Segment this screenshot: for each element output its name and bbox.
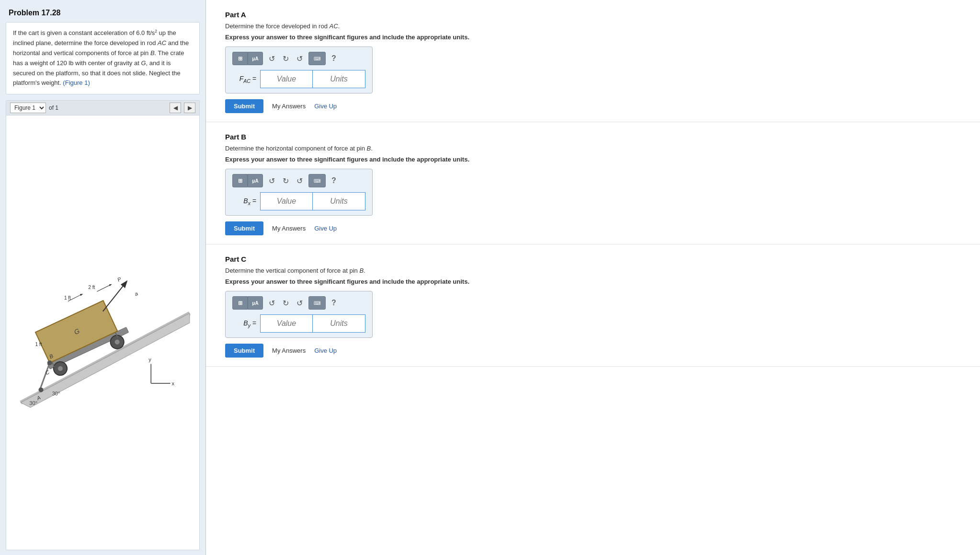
part-a-format-group: ⊞ μA — [232, 52, 263, 65]
part-c-my-answers[interactable]: My Answers — [272, 347, 306, 354]
part-b-answer-box: ⊞ μA ↺ ↻ ↺ ⌨ ? Bx = — [225, 169, 373, 216]
problem-body: If the cart is given a constant accelera… — [13, 29, 189, 86]
part-c-answer-box: ⊞ μA ↺ ↻ ↺ ⌨ ? By = — [225, 291, 373, 338]
part-a-matrix-btn[interactable]: ⊞ — [232, 52, 248, 65]
left-panel: Problem 17.28 If the cart is given a con… — [0, 0, 206, 555]
part-c-instruction: Express your answer to three significant… — [225, 278, 961, 285]
part-b-help-btn[interactable]: ? — [330, 175, 338, 186]
problem-title: Problem 17.28 — [0, 0, 205, 22]
part-c-refresh-btn[interactable]: ↺ — [295, 298, 305, 309]
part-a-title: Part A — [225, 11, 961, 19]
part-b-units-input[interactable] — [313, 192, 365, 210]
part-c-undo-btn[interactable]: ↺ — [267, 298, 277, 309]
part-a-section: Part A Determine the force developed in … — [206, 0, 980, 122]
part-a-value-input[interactable] — [260, 70, 313, 88]
part-b-give-up[interactable]: Give Up — [314, 225, 337, 232]
part-b-actions: Submit My Answers Give Up — [225, 221, 961, 235]
part-a-keyboard-btn[interactable]: ⌨ — [308, 52, 326, 65]
part-a-refresh-btn[interactable]: ↺ — [295, 53, 305, 64]
part-b-instruction: Express your answer to three significant… — [225, 156, 961, 163]
figure-panel: Figure 1 of 1 ◀ ▶ — [6, 100, 200, 550]
part-b-format-group: ⊞ μA — [232, 174, 263, 187]
svg-text:1 ft: 1 ft — [35, 342, 42, 347]
part-b-eq-label: Bx = — [232, 197, 256, 206]
svg-text:30°: 30° — [52, 391, 60, 396]
part-a-actions: Submit My Answers Give Up — [225, 99, 961, 113]
part-c-title: Part C — [225, 255, 961, 263]
part-c-submit-button[interactable]: Submit — [225, 344, 263, 358]
part-a-submit-button[interactable]: Submit — [225, 99, 263, 113]
part-c-redo-btn[interactable]: ↻ — [281, 298, 291, 309]
part-a-give-up[interactable]: Give Up — [314, 103, 337, 110]
svg-text:30°: 30° — [29, 400, 37, 406]
part-b-title: Part B — [225, 133, 961, 141]
part-c-toolbar: ⊞ μA ↺ ↻ ↺ ⌨ ? — [232, 296, 365, 310]
problem-text: If the cart is given a constant accelera… — [6, 22, 200, 94]
part-a-description: Determine the force developed in rod AC. — [225, 23, 961, 30]
figure-select[interactable]: Figure 1 — [10, 103, 46, 113]
part-b-mu-btn[interactable]: μA — [248, 174, 263, 187]
part-b-refresh-btn[interactable]: ↺ — [295, 175, 305, 186]
part-a-undo-btn[interactable]: ↺ — [267, 53, 277, 64]
part-b-my-answers[interactable]: My Answers — [272, 225, 306, 232]
part-c-give-up[interactable]: Give Up — [314, 347, 337, 354]
figure-next-button[interactable]: ▶ — [184, 103, 195, 113]
figure-toolbar: Figure 1 of 1 ◀ ▶ — [6, 101, 199, 116]
part-c-units-input[interactable] — [313, 314, 365, 333]
svg-text:x: x — [172, 381, 175, 386]
svg-text:y: y — [148, 357, 151, 363]
part-c-value-input[interactable] — [260, 314, 313, 333]
part-c-mu-btn[interactable]: μA — [248, 296, 263, 310]
part-c-eq-label: By = — [232, 319, 256, 328]
figure-prev-button[interactable]: ◀ — [170, 103, 181, 113]
part-b-redo-btn[interactable]: ↻ — [281, 175, 291, 186]
part-a-help-btn[interactable]: ? — [330, 53, 338, 64]
part-a-eq-label: FAC = — [232, 75, 256, 84]
svg-text:P: P — [116, 276, 122, 283]
part-b-inputs: Bx = — [232, 192, 365, 210]
figure-content: G A C B — [6, 116, 199, 550]
part-b-submit-button[interactable]: Submit — [225, 221, 263, 235]
figure-diagram: G A C B — [6, 116, 199, 550]
part-b-description: Determine the horizontal component of fo… — [225, 145, 961, 152]
part-a-answer-box: ⊞ μA ↺ ↻ ↺ ⌨ ? FAC = — [225, 46, 373, 93]
part-c-keyboard-btn[interactable]: ⌨ — [308, 296, 326, 310]
part-c-inputs: By = — [232, 314, 365, 333]
part-c-help-btn[interactable]: ? — [330, 298, 338, 308]
part-a-inputs: FAC = — [232, 70, 365, 88]
part-c-description: Determine the vertical component of forc… — [225, 267, 961, 274]
part-a-mu-btn[interactable]: μA — [248, 52, 263, 65]
part-b-keyboard-btn[interactable]: ⌨ — [308, 174, 326, 187]
svg-text:1 ft: 1 ft — [64, 296, 71, 301]
figure-link[interactable]: (Figure 1) — [63, 79, 90, 86]
svg-text:a: a — [134, 290, 139, 297]
part-b-undo-btn[interactable]: ↺ — [267, 175, 277, 186]
part-a-redo-btn[interactable]: ↻ — [281, 53, 291, 64]
part-a-toolbar: ⊞ μA ↺ ↻ ↺ ⌨ ? — [232, 52, 365, 65]
svg-line-22 — [97, 284, 111, 291]
part-a-my-answers[interactable]: My Answers — [272, 103, 306, 110]
part-c-format-group: ⊞ μA — [232, 296, 263, 310]
part-c-section: Part C Determine the vertical component … — [206, 244, 980, 367]
part-b-section: Part B Determine the horizontal componen… — [206, 122, 980, 244]
figure-of-label: of 1 — [49, 104, 58, 111]
part-b-matrix-btn[interactable]: ⊞ — [232, 174, 248, 187]
part-c-actions: Submit My Answers Give Up — [225, 344, 961, 358]
svg-text:2 ft: 2 ft — [88, 285, 95, 290]
part-b-value-input[interactable] — [260, 192, 313, 210]
part-a-units-input[interactable] — [313, 70, 365, 88]
right-panel: Part A Determine the force developed in … — [206, 0, 980, 555]
part-a-instruction: Express your answer to three significant… — [225, 34, 961, 41]
part-b-toolbar: ⊞ μA ↺ ↻ ↺ ⌨ ? — [232, 174, 365, 187]
part-c-matrix-btn[interactable]: ⊞ — [232, 296, 248, 310]
